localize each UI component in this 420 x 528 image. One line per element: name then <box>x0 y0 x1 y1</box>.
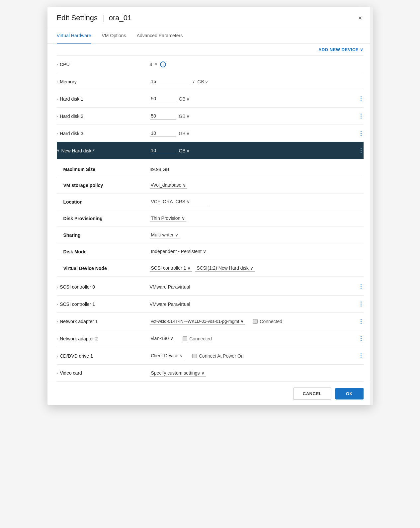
vc-chevron-icon2: ∨ <box>201 370 205 376</box>
memory-unit-select[interactable]: GB ∨ <box>198 79 208 84</box>
video-card-dropdown[interactable]: Specify custom settings ∨ <box>150 370 206 377</box>
cd-device-dropdown[interactable]: Client Device ∨ <box>150 352 184 359</box>
cd-power-on-checkbox[interactable] <box>192 354 197 358</box>
disk-mode-label: Disk Mode <box>57 249 150 254</box>
na1-network-dropdown[interactable]: vcf-wkld-01-IT-INF-WKLD-01-vds-01-pg-mgm… <box>150 318 245 325</box>
network-adapter-1-value: vcf-wkld-01-IT-INF-WKLD-01-vds-01-pg-mgm… <box>150 318 359 325</box>
hard-disk-3-input[interactable] <box>150 130 176 137</box>
scsi-controller-0-label[interactable]: › SCSI controller 0 <box>57 284 150 290</box>
vm-name: ora_01 <box>109 14 132 22</box>
hard-disk-1-row: › Hard disk 1 GB ∨ <box>57 90 364 107</box>
hard-disk-3-row: › Hard disk 3 GB ∨ <box>57 125 364 142</box>
new-hard-disk-more-button[interactable] <box>359 147 364 154</box>
hard-disk-1-more-button[interactable] <box>359 95 364 103</box>
disk-mode-dropdown[interactable]: Independent - Persistent ∨ <box>150 248 210 255</box>
hd1-unit-select[interactable]: GB ∨ <box>179 96 190 102</box>
memory-label[interactable]: › Memory <box>57 79 150 84</box>
hard-disk-2-row: › Hard disk 2 GB ∨ <box>57 107 364 125</box>
virtual-device-node-label: Virtual Device Node <box>57 266 150 271</box>
na2-network-dropdown[interactable]: vlan-180 ∨ <box>150 335 175 342</box>
disk-provisioning-row: Disk Provisioning Thin Provision ∨ <box>57 210 364 227</box>
max-size-label: Maximum Size <box>57 167 150 172</box>
tab-vm-options[interactable]: VM Options <box>102 28 126 44</box>
hd2-unit-select[interactable]: GB ∨ <box>179 114 190 119</box>
hd3-unit-select[interactable]: GB ∨ <box>179 131 190 136</box>
vm-storage-chevron-icon: ∨ <box>183 182 186 188</box>
disk-provisioning-chevron-icon: ∨ <box>182 216 185 221</box>
network-adapter-2-label[interactable]: › Network adapter 2 <box>57 336 150 341</box>
scsi-disk-dropdown[interactable]: SCSI(1:2) New Hard disk ∨ <box>195 265 255 272</box>
hard-disk-2-more-button[interactable] <box>359 112 364 120</box>
cpu-label[interactable]: › CPU <box>57 62 150 67</box>
na2-connected-checkbox[interactable] <box>183 336 187 341</box>
cd-dvd-drive-1-more-button[interactable] <box>359 352 364 360</box>
vm-storage-policy-dropdown[interactable]: vVol_database ∨ <box>150 182 188 189</box>
cpu-info-icon[interactable]: i <box>160 61 166 67</box>
disk-provisioning-value: Thin Provision ∨ <box>150 215 364 222</box>
hard-disk-2-value: GB ∨ <box>150 113 359 120</box>
add-new-device-button[interactable]: ADD NEW DEVICE ∨ <box>318 47 364 52</box>
new-hd-chevron-icon: ∨ <box>57 148 59 153</box>
add-device-chevron-icon: ∨ <box>360 47 364 52</box>
na2-chevron-icon2: ∨ <box>170 336 173 341</box>
disk-provisioning-label: Disk Provisioning <box>57 216 150 221</box>
hard-disk-3-label[interactable]: › Hard disk 3 <box>57 131 150 136</box>
sharing-label: Sharing <box>57 232 150 238</box>
new-hard-disk-label[interactable]: ∨ New Hard disk * <box>57 148 150 153</box>
cd-dvd-drive-1-value: Client Device ∨ Connect At Power On <box>150 352 359 359</box>
video-card-row: › Video card Specify custom settings ∨ <box>57 364 364 382</box>
video-card-label[interactable]: › Video card <box>57 370 150 376</box>
location-dropdown[interactable]: VCF_ORA_CRS ∨ <box>150 198 210 205</box>
scsi-controller-1-label[interactable]: › SCSI controller 1 <box>57 302 150 307</box>
tab-advanced-parameters[interactable]: Advanced Parameters <box>137 28 183 44</box>
network-adapter-1-label[interactable]: › Network adapter 1 <box>57 319 150 324</box>
scrollbar[interactable] <box>370 7 373 405</box>
cd-dvd-drive-1-label[interactable]: › CD/DVD drive 1 <box>57 353 150 359</box>
sharing-dropdown[interactable]: Multi-writer ∨ <box>150 231 180 238</box>
network-adapter-1-row: › Network adapter 1 vcf-wkld-01-IT-INF-W… <box>57 312 364 330</box>
disk-provisioning-dropdown[interactable]: Thin Provision ∨ <box>150 215 187 222</box>
modal-header: Edit Settings | ora_01 × <box>47 7 373 28</box>
new-hd-unit-select[interactable]: GB ∨ <box>179 148 190 153</box>
na1-connected-checkbox[interactable] <box>253 319 258 324</box>
cancel-button[interactable]: CANCEL <box>293 388 331 400</box>
hard-disk-1-input[interactable] <box>150 95 176 102</box>
cd-chevron-icon: › <box>57 354 58 358</box>
close-button[interactable]: × <box>357 13 364 23</box>
tab-bar: Virtual Hardware VM Options Advanced Par… <box>47 28 373 44</box>
scsi-controller-0-more-button[interactable] <box>359 283 364 291</box>
virtual-device-node-value: SCSI controller 1 ∨ SCSI(1:2) New Hard d… <box>150 265 364 272</box>
scsi-controller-dropdown[interactable]: SCSI controller 1 ∨ <box>150 265 192 272</box>
network-adapter-2-more-button[interactable] <box>359 335 364 342</box>
toolbar: ADD NEW DEVICE ∨ <box>47 44 373 55</box>
hard-disk-3-more-button[interactable] <box>359 130 364 137</box>
new-hard-disk-input[interactable] <box>150 147 176 154</box>
scsi-controller-0-row: › SCSI controller 0 VMware Paravirtual <box>57 278 364 295</box>
network-adapter-2-value: vlan-180 ∨ Connected <box>150 335 359 342</box>
tab-virtual-hardware[interactable]: Virtual Hardware <box>57 28 91 44</box>
memory-dropdown-icon[interactable]: ∨ <box>192 79 195 84</box>
hardware-list: › CPU 4 ∨ i › Memory ∨ GB ∨ › <box>47 55 373 382</box>
cpu-dropdown-arrow-icon[interactable]: ∨ <box>155 62 157 66</box>
hd1-chevron-icon: › <box>57 97 58 101</box>
hard-disk-2-input[interactable] <box>150 113 176 120</box>
ok-button[interactable]: OK <box>335 388 364 399</box>
disk-mode-row: Disk Mode Independent - Persistent ∨ <box>57 243 364 260</box>
memory-value: ∨ GB ∨ <box>150 78 364 85</box>
scsi-controller-0-value: VMware Paravirtual <box>150 284 359 290</box>
vm-storage-policy-value: vVol_database ∨ <box>150 182 364 189</box>
network-adapter-1-more-button[interactable] <box>359 317 364 325</box>
hard-disk-1-label[interactable]: › Hard disk 1 <box>57 96 150 102</box>
network-adapter-2-row: › Network adapter 2 vlan-180 ∨ Connected <box>57 330 364 347</box>
edit-settings-modal: Edit Settings | ora_01 × Virtual Hardwar… <box>47 7 373 405</box>
vm-storage-policy-label: VM storage policy <box>57 183 150 188</box>
hard-disk-2-label[interactable]: › Hard disk 2 <box>57 114 150 119</box>
disk-mode-chevron-icon: ∨ <box>203 249 206 254</box>
scsi-controller-1-more-button[interactable] <box>359 300 364 308</box>
max-size-value: 49.98 GB <box>150 167 364 172</box>
scsi-controller-chevron-icon: ∨ <box>187 265 191 271</box>
sharing-chevron-icon: ∨ <box>175 232 178 237</box>
memory-input[interactable] <box>150 78 190 85</box>
max-size-row: Maximum Size 49.98 GB <box>57 162 364 177</box>
cpu-row: › CPU 4 ∨ i <box>57 55 364 73</box>
